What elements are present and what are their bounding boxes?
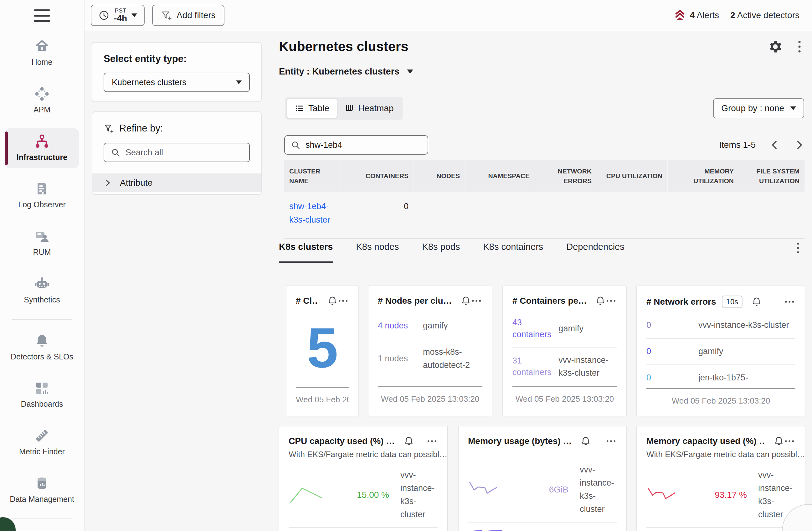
tab-k8s-nodes[interactable]: K8s nodes bbox=[356, 242, 399, 261]
clusters-table: CLUSTER NAME CONTAINERS NODES NAMESPACE … bbox=[284, 160, 804, 239]
sidebar-item-label: Log Observer bbox=[18, 199, 66, 210]
alerts-indicator[interactable]: 4 Alerts bbox=[673, 9, 719, 21]
sidebar-divider bbox=[12, 319, 72, 320]
active-detectors-indicator[interactable]: 2 Active detectors bbox=[730, 10, 799, 20]
cluster-name-link[interactable]: shw-1eb4-k3s-cluster bbox=[289, 202, 330, 225]
sidebar-item-apm[interactable]: APM bbox=[5, 81, 79, 121]
hamburger-menu-icon[interactable] bbox=[34, 10, 50, 22]
dashboards-icon bbox=[34, 381, 49, 396]
card-cpu-capacity: CPU capacity used (%) … With EKS/Fargate… bbox=[279, 426, 448, 531]
ellipsis-menu-icon[interactable] bbox=[338, 299, 348, 302]
ellipsis-menu-icon[interactable] bbox=[606, 299, 617, 302]
metric-link[interactable]: 31 containers bbox=[512, 355, 559, 379]
chevron-left-icon[interactable] bbox=[769, 140, 780, 150]
bell-icon[interactable] bbox=[461, 296, 471, 306]
column-header: NETWORK ERRORS bbox=[535, 160, 597, 191]
metric-link[interactable]: 0 bbox=[647, 346, 681, 358]
clock-icon bbox=[98, 10, 110, 21]
bell-icon[interactable] bbox=[773, 436, 784, 446]
sidebar-item-infrastructure[interactable]: Infrastructure bbox=[5, 128, 79, 169]
column-header: CLUSTER NAME bbox=[284, 160, 340, 191]
apm-icon bbox=[34, 86, 49, 101]
resolution-badge: 10s bbox=[722, 296, 743, 308]
view-toggle-table[interactable]: Table bbox=[287, 99, 337, 118]
bell-icon[interactable] bbox=[327, 296, 338, 306]
cluster-search[interactable] bbox=[284, 135, 428, 155]
sidebar-item-detectors-slos[interactable]: Detectors & SLOs bbox=[5, 328, 79, 368]
bell-icon[interactable] bbox=[580, 436, 591, 446]
sidebar-item-rum[interactable]: RUM bbox=[5, 223, 79, 263]
chevron-down-icon bbox=[791, 106, 796, 110]
metric-link[interactable]: 6GiB bbox=[506, 485, 568, 495]
tab-k8s-clusters[interactable]: K8s clusters bbox=[279, 242, 333, 263]
sidebar-item-home[interactable]: Home bbox=[5, 33, 79, 73]
entity-type-label: Select entity type: bbox=[104, 53, 250, 64]
kebab-menu-icon[interactable] bbox=[798, 40, 801, 53]
bell-icon[interactable] bbox=[751, 297, 762, 307]
sidebar-item-synthetics[interactable]: Synthetics bbox=[5, 271, 79, 311]
timezone-label: PST bbox=[114, 8, 127, 14]
tab-dependencies[interactable]: Dependencies bbox=[566, 242, 624, 261]
search-icon bbox=[290, 140, 301, 150]
sidebar-item-label: Synthetics bbox=[24, 295, 60, 305]
sidebar-item-data-management[interactable]: Data Management bbox=[5, 470, 79, 510]
tab-k8s-pods[interactable]: K8s pods bbox=[422, 242, 460, 261]
settings-gear-icon[interactable] bbox=[769, 40, 782, 53]
page-title: Kubernetes clusters bbox=[279, 39, 408, 54]
ellipsis-menu-icon[interactable] bbox=[471, 299, 482, 302]
refine-search[interactable] bbox=[104, 143, 250, 162]
entity-type-select[interactable]: Kubernetes clusters bbox=[104, 73, 250, 92]
alerts-count: 4 bbox=[690, 10, 695, 20]
card-title: Memory capacity used (%) … bbox=[647, 436, 765, 446]
group-by-dropdown[interactable]: Group by : none bbox=[713, 98, 804, 118]
time-range-picker[interactable]: PST -4h bbox=[91, 5, 145, 26]
chevron-down-icon bbox=[131, 13, 137, 17]
sidebar-item-label: APM bbox=[33, 104, 50, 115]
filter-plus-icon bbox=[161, 10, 172, 21]
view-toggle: Table Heatmap bbox=[285, 97, 403, 119]
metric-value: 1 nodes bbox=[378, 353, 408, 365]
entity-type-panel: Select entity type: Kubernetes clusters bbox=[92, 42, 262, 102]
entity-selector-label: Entity : Kubernetes clusters bbox=[279, 66, 400, 77]
tab-k8s-containers[interactable]: K8s containers bbox=[483, 242, 543, 261]
add-filters-label: Add filters bbox=[176, 10, 216, 20]
column-header: CONTAINERS bbox=[341, 160, 414, 191]
bell-icon[interactable] bbox=[595, 296, 606, 306]
card-title: CPU capacity used (%) … bbox=[289, 436, 395, 446]
attribute-expander[interactable]: Attribute bbox=[92, 173, 261, 192]
cluster-label: gamify bbox=[698, 345, 795, 358]
ellipsis-menu-icon[interactable] bbox=[606, 440, 617, 443]
sidebar-item-log-observer[interactable]: Log Observer bbox=[5, 176, 79, 216]
card-title: # Nodes per clu… bbox=[378, 296, 452, 306]
column-header: MEMORY UTILIZATION bbox=[668, 160, 739, 191]
sidebar-item-dashboards[interactable]: Dashboards bbox=[5, 375, 79, 415]
column-header: FILE SYSTEM UTILIZATION bbox=[739, 160, 804, 191]
rum-icon bbox=[34, 229, 49, 244]
metric-link[interactable]: 4 nodes bbox=[378, 320, 408, 332]
attribute-label: Attribute bbox=[120, 178, 153, 188]
card-network-errors: # Network errors 10s 0 vvv-instance-k3s-… bbox=[636, 286, 806, 416]
home-icon bbox=[34, 39, 49, 54]
chevron-down-icon bbox=[407, 70, 413, 74]
sidebar-item-metric-finder[interactable]: Metric Finder bbox=[5, 423, 79, 463]
metric-link[interactable]: 43 containers bbox=[512, 317, 559, 341]
sparkline bbox=[647, 485, 682, 505]
file-system-utilization-cell bbox=[739, 191, 804, 238]
entity-selector[interactable]: Entity : Kubernetes clusters bbox=[279, 66, 413, 77]
refine-search-input[interactable] bbox=[126, 148, 243, 157]
view-toggle-heatmap[interactable]: Heatmap bbox=[337, 99, 401, 118]
card-title: Memory usage (bytes) … bbox=[468, 436, 571, 446]
bell-icon bbox=[34, 333, 49, 348]
cluster-search-input[interactable] bbox=[305, 140, 422, 150]
bell-icon[interactable] bbox=[404, 436, 414, 446]
sidebar-item-settings[interactable]: Settings bbox=[5, 527, 79, 531]
ellipsis-menu-icon[interactable] bbox=[784, 440, 795, 443]
kebab-menu-icon[interactable] bbox=[796, 242, 805, 254]
sidebar: Home APM Infrastructure Log Observer RUM bbox=[0, 0, 85, 531]
card-timestamp: Wed 05 Feb 2025 13:03:20 bbox=[296, 387, 349, 408]
cpu-utilization-cell bbox=[597, 191, 667, 238]
chevron-right-icon[interactable] bbox=[794, 140, 804, 150]
add-filters-button[interactable]: Add filters bbox=[152, 5, 224, 26]
ellipsis-menu-icon[interactable] bbox=[427, 440, 437, 443]
ellipsis-menu-icon[interactable] bbox=[784, 300, 795, 303]
